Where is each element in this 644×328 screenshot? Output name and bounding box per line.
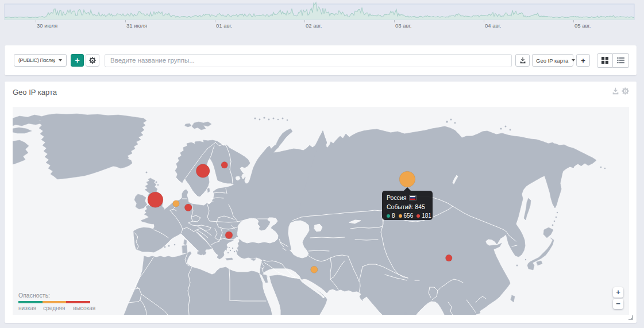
severity-count: 8 [392,213,395,219]
add-widget-button[interactable]: + [576,54,590,67]
event-timeline: 30 июля31 июля01 авг.02 авг.03 авг.04 ав… [0,0,644,32]
list-view-icon [617,57,624,64]
grid-view-button[interactable] [597,53,613,68]
download-button[interactable] [515,54,530,67]
gear-icon [89,57,96,64]
widget-title: Geo IP карта [13,88,57,97]
tooltip-events: Событий: 845 [387,204,428,210]
view-toggle-group [597,53,629,68]
legend-color-bar [18,301,90,303]
widget-select-label: Geo IP карта [536,57,568,64]
add-group-button[interactable]: + [71,54,84,67]
severity-dot [417,214,420,218]
map-marker-de[interactable] [184,204,192,211]
download-icon [519,57,526,64]
legend-segment [66,301,90,303]
group-select-label: (PUBLIC) Послед... [18,57,55,63]
group-select-dropdown[interactable]: (PUBLIC) Послед... [14,54,67,67]
timeline-date-label: 05 авг. [574,22,591,29]
legend-segment [43,301,67,303]
legend-segment [18,301,43,303]
zoom-out-button[interactable]: − [613,299,623,309]
chevron-down-icon [59,59,62,61]
zoom-in-button[interactable]: + [613,287,623,298]
map-marker-nl[interactable] [173,200,179,207]
group-search-input[interactable] [105,54,512,67]
timeline-date-label: 04 авг. [485,22,501,29]
severity-legend: Опасность: низкаясредняявысокая [18,292,95,311]
severity-count: 656 [404,213,414,219]
map-marker-ir[interactable] [311,266,318,273]
map-markers-layer [13,107,629,315]
timeline-date-label: 02 авг. [306,22,322,29]
map-marker-uk[interactable] [148,192,163,207]
severity-dot [387,214,390,218]
severity-count: 181 [422,213,431,219]
widget-settings-icon[interactable] [622,87,629,95]
legend-label: высокая [73,305,95,311]
map-tooltip: Россия Событий: 845 8656181 [382,191,433,220]
geo-ip-map[interactable]: Россия Событий: 845 8656181 Опасность: н… [13,107,629,315]
map-marker-cn[interactable] [446,254,453,261]
timeline-date-label: 01 авг. [216,22,232,29]
widget-header: Geo IP карта [13,82,629,102]
russia-flag-icon [409,195,417,200]
map-marker-fi[interactable] [221,162,227,168]
map-marker-se[interactable] [196,164,210,178]
timeline-date-label: 31 июля [126,22,147,29]
widget-download-icon[interactable] [612,87,619,95]
legend-labels: низкаясредняявысокая [18,305,95,311]
legend-label: низкая [18,305,36,311]
tooltip-country: Россия [387,195,406,201]
widget-toolbar: (PUBLIC) Послед... + Geo IP карта + [5,45,637,75]
map-marker-russia[interactable] [399,171,415,187]
geo-ip-map-widget: Geo IP карта Россия Событий: 845 8656181 [5,82,637,323]
timeline-chart[interactable]: 30 июля31 июля01 авг.02 авг.03 авг.04 ав… [0,0,644,32]
timeline-date-label: 03 авг. [395,22,411,29]
timeline-date-label: 30 июля [37,22,57,29]
resize-handle[interactable] [628,315,633,320]
legend-title: Опасность: [18,292,95,299]
chevron-down-icon [572,59,575,61]
group-settings-button[interactable] [86,54,99,67]
list-view-button[interactable] [613,53,629,68]
tooltip-severity-counts: 8656181 [387,213,428,219]
widget-select-dropdown[interactable]: Geo IP карта [532,54,573,67]
grid-view-icon [601,57,608,64]
severity-dot [399,214,402,218]
legend-label: средняя [43,305,65,311]
map-marker-bg[interactable] [225,231,233,239]
